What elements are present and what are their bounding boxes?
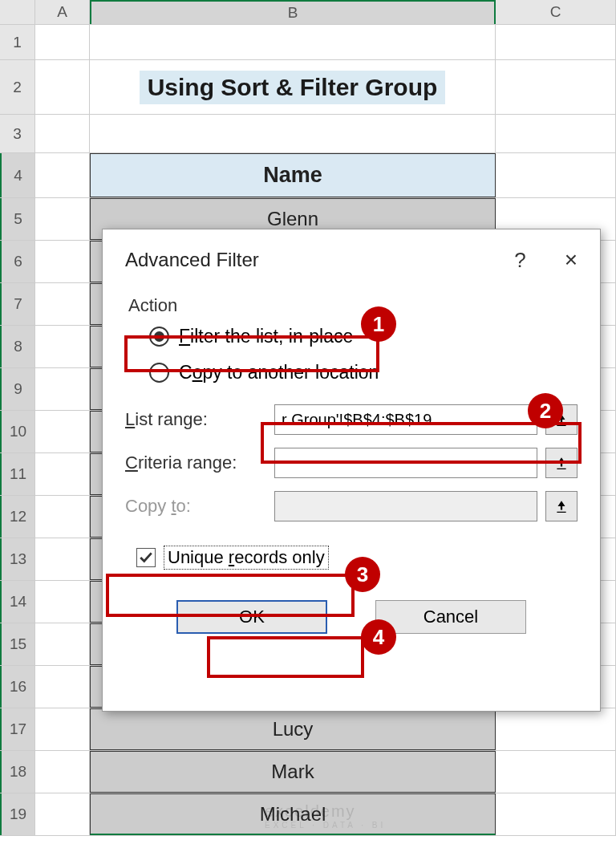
advanced-filter-dialog: Advanced Filter ? × Action FFilter the l…	[102, 229, 601, 712]
help-button[interactable]: ?	[514, 248, 525, 273]
radio-icon	[149, 363, 169, 383]
row-header-3[interactable]: 3	[0, 115, 35, 152]
row-header-5[interactable]: 5	[0, 198, 35, 240]
dialog-title: Advanced Filter	[125, 249, 259, 271]
row-18: 18Mark	[0, 751, 616, 793]
row-1: 1	[0, 25, 616, 60]
cancel-button[interactable]: Cancel	[375, 600, 526, 634]
collapse-icon	[554, 499, 569, 513]
column-header-C[interactable]: C	[496, 0, 616, 24]
close-button[interactable]: ×	[565, 247, 578, 273]
radio-filter-in-place[interactable]: FFilter the list, in-placeilter the list…	[144, 324, 578, 349]
collapse-icon	[554, 412, 569, 427]
row-header-4[interactable]: 4	[0, 153, 35, 197]
copy-to-label: Copy to:	[125, 496, 266, 517]
radio-label: FFilter the list, in-placeilter the list…	[179, 326, 353, 347]
column-header-A[interactable]: A	[35, 0, 90, 24]
row-3: 3	[0, 115, 616, 153]
list-range-row: List range:	[125, 404, 578, 435]
watermark: exceldemyEXCEL · DATA · BI	[265, 802, 386, 830]
copy-to-row: Copy to:	[125, 491, 578, 521]
column-header-B[interactable]: B	[90, 0, 496, 24]
collapse-range-button[interactable]	[545, 404, 578, 435]
criteria-range-label: Criteria range:	[125, 452, 266, 473]
radio-copy-location[interactable]: Copy to another location	[144, 360, 578, 385]
ok-button[interactable]: OK	[176, 600, 327, 634]
row-2: 2 Using Sort & Filter Group	[0, 60, 616, 115]
copy-to-input	[274, 491, 537, 521]
data-cell[interactable]: Mark	[90, 751, 496, 793]
criteria-range-input[interactable]	[274, 448, 537, 478]
select-all-corner[interactable]	[0, 0, 35, 24]
criteria-range-row: Criteria range:	[125, 448, 578, 478]
collapse-icon	[554, 456, 569, 470]
action-group-label: Action	[128, 295, 578, 316]
collapse-range-button[interactable]	[545, 448, 578, 478]
row-4: 4 Name	[0, 153, 616, 198]
unique-records-label: Unique records only	[164, 546, 329, 570]
unique-records-checkbox-row[interactable]: Unique records only	[132, 542, 578, 573]
column-headers: A B C	[0, 0, 616, 25]
row-17: 17Lucy	[0, 708, 616, 751]
collapse-range-button[interactable]	[545, 491, 578, 521]
list-range-input[interactable]	[274, 404, 537, 435]
row-header-2[interactable]: 2	[0, 60, 35, 114]
table-header-cell[interactable]: Name	[90, 153, 496, 197]
row-header-1[interactable]: 1	[0, 25, 35, 59]
page-title: Using Sort & Filter Group	[138, 69, 448, 106]
radio-label: Copy to another location	[179, 362, 379, 383]
list-range-label: List range:	[125, 409, 266, 430]
radio-icon	[149, 327, 169, 347]
data-cell[interactable]: Lucy	[90, 708, 496, 750]
checkbox-icon	[136, 548, 156, 567]
